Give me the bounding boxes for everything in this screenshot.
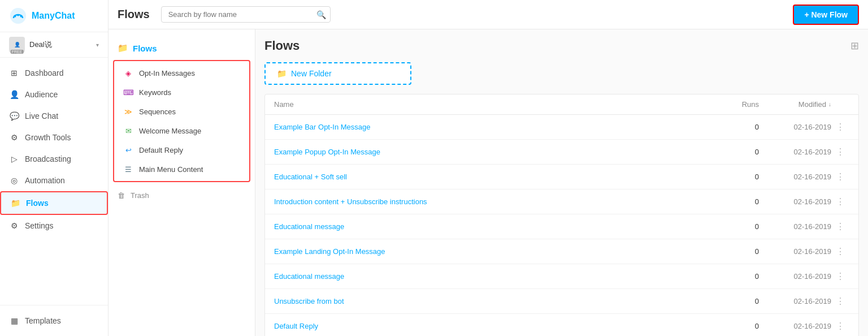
row-more-button[interactable]: ⋮ [831, 196, 849, 207]
col-modified-label: Modified [798, 100, 826, 109]
account-selector[interactable]: 👤 FREE Deal说 ▾ [0, 32, 108, 58]
table-row: Introduction content + Unsubscribe instr… [265, 189, 858, 214]
submenu-keywords[interactable]: ⌨ Keywords [114, 83, 249, 102]
right-panel: Flows ⊞ 📁 New Folder Name Runs Modified … [255, 29, 868, 336]
new-flow-button[interactable]: + New Flow [793, 5, 859, 25]
submenu-label: Sequences [139, 107, 176, 116]
svg-point-3 [20, 16, 22, 18]
sidebar-item-audience[interactable]: 👤 Audience [0, 84, 108, 105]
row-more-button[interactable]: ⋮ [831, 321, 849, 331]
row-name[interactable]: Educational message [274, 222, 718, 231]
table-row: Example Landing Opt-In Message 0 02-16-2… [265, 239, 858, 264]
content-area: 📁 Flows ◈ Opt-In Messages ⌨ Keywords ≫ S… [108, 29, 868, 336]
svg-point-1 [15, 16, 16, 18]
table-body: Example Bar Opt-In Message 0 02-16-2019 … [265, 115, 858, 336]
page-title: Flows [118, 8, 150, 21]
flows-panel-title: Flows [264, 38, 300, 53]
col-header-runs: Runs [718, 100, 763, 109]
trash-label: Trash [131, 191, 149, 200]
col-header-name: Name [274, 100, 718, 109]
left-panel: 📁 Flows ◈ Opt-In Messages ⌨ Keywords ≫ S… [108, 29, 255, 336]
sidebar-item-label: Live Chat [25, 111, 58, 120]
row-name[interactable]: Example Bar Opt-In Message [274, 123, 718, 131]
row-name[interactable]: Example Popup Opt-In Message [274, 148, 718, 156]
row-more-button[interactable]: ⋮ [831, 221, 849, 232]
row-runs: 0 [718, 322, 763, 330]
row-more-button[interactable]: ⋮ [831, 171, 849, 182]
default-reply-icon: ↩ [123, 145, 133, 155]
sidebar-item-templates[interactable]: ▦ Templates [0, 310, 108, 331]
submenu-welcome-message[interactable]: ✉ Welcome Message [114, 121, 249, 140]
row-runs: 0 [718, 222, 763, 231]
logo-area: ManyChat [0, 0, 108, 32]
submenu-opt-in-messages[interactable]: ◈ Opt-In Messages [114, 63, 249, 83]
account-name: Deal说 [29, 40, 92, 50]
submenu-default-reply[interactable]: ↩ Default Reply [114, 140, 249, 160]
sidebar-item-dashboard[interactable]: ⊞ Dashboard [0, 62, 108, 84]
chevron-down-icon: ▾ [96, 42, 99, 48]
sidebar-item-label: Dashboard [25, 68, 64, 77]
broadcast-icon: ▷ [9, 154, 19, 164]
dashboard-icon: ⊞ [9, 68, 19, 78]
col-header-modified[interactable]: Modified ↓ [763, 100, 831, 109]
submenu-label: Opt-In Messages [139, 69, 195, 77]
ellipsis-icon: ⋮ [836, 147, 845, 157]
row-runs: 0 [718, 148, 763, 156]
sidebar-footer: ▦ Templates [0, 305, 108, 336]
row-more-button[interactable]: ⋮ [831, 122, 849, 132]
sidebar-item-automation[interactable]: ◎ Automation [0, 170, 108, 191]
new-folder-icon: 📁 [277, 69, 287, 78]
row-more-button[interactable]: ⋮ [831, 271, 849, 282]
sidebar-item-live-chat[interactable]: 💬 Live Chat [0, 105, 108, 127]
manychat-logo-icon [9, 7, 27, 25]
row-more-button[interactable]: ⋮ [831, 246, 849, 257]
ellipsis-icon: ⋮ [836, 196, 845, 207]
table-row: Default Reply 0 02-16-2019 ⋮ [265, 314, 858, 336]
top-bar: Flows 🔍 + New Flow [108, 0, 868, 29]
row-more-button[interactable]: ⋮ [831, 296, 849, 307]
folder-icon: 📁 [10, 198, 20, 208]
grid-view-icon[interactable]: ⊞ [850, 40, 859, 52]
table-header: Name Runs Modified ↓ [265, 94, 858, 115]
row-name[interactable]: Educational message [274, 272, 718, 281]
sidebar-item-label: Flows [26, 199, 49, 208]
sidebar-item-broadcasting[interactable]: ▷ Broadcasting [0, 148, 108, 170]
person-icon: 👤 [9, 89, 19, 100]
table-row: Example Popup Opt-In Message 0 02-16-201… [265, 140, 858, 165]
search-box: 🔍 [161, 6, 331, 23]
row-name[interactable]: Default Reply [274, 322, 718, 330]
sidebar-item-label: Growth Tools [25, 133, 71, 142]
submenu-sequences[interactable]: ≫ Sequences [114, 102, 249, 121]
sidebar-nav: ⊞ Dashboard 👤 Audience 💬 Live Chat ⚙ Gro… [0, 58, 108, 305]
new-folder-button[interactable]: 📁 New Folder [264, 62, 411, 85]
search-input[interactable] [161, 6, 331, 23]
sidebar-item-settings[interactable]: ⚙ Settings [0, 215, 108, 236]
table-row: Educational message 0 02-16-2019 ⋮ [265, 214, 858, 239]
submenu-main-menu-content[interactable]: ☰ Main Menu Content [114, 160, 249, 179]
ellipsis-icon: ⋮ [836, 271, 845, 282]
trash-item[interactable]: 🗑 Trash [108, 187, 255, 204]
table-row: Unsubscribe from bot 0 02-16-2019 ⋮ [265, 289, 858, 314]
row-modified: 02-16-2019 [763, 173, 831, 181]
sidebar-item-flows[interactable]: 📁 Flows [0, 191, 108, 215]
row-modified: 02-16-2019 [763, 123, 831, 131]
sidebar-item-label: Settings [25, 221, 54, 230]
flows-nav-item[interactable]: 📁 Flows [108, 38, 255, 58]
row-runs: 0 [718, 197, 763, 206]
row-name[interactable]: Introduction content + Unsubscribe instr… [274, 197, 718, 206]
ellipsis-icon: ⋮ [836, 122, 845, 132]
sidebar-item-label: Broadcasting [25, 154, 71, 163]
row-modified: 02-16-2019 [763, 297, 831, 305]
automation-icon: ◎ [9, 175, 19, 186]
free-badge: FREE [11, 50, 24, 54]
row-runs: 0 [718, 123, 763, 131]
row-name[interactable]: Unsubscribe from bot [274, 297, 718, 305]
sequences-icon: ≫ [123, 106, 133, 117]
row-name[interactable]: Educational + Soft sell [274, 173, 718, 181]
row-name[interactable]: Example Landing Opt-In Message [274, 247, 718, 256]
sort-arrow-icon: ↓ [828, 101, 831, 107]
sidebar-item-growth-tools[interactable]: ⚙ Growth Tools [0, 127, 108, 148]
ellipsis-icon: ⋮ [836, 171, 845, 182]
row-more-button[interactable]: ⋮ [831, 147, 849, 157]
opt-in-icon: ◈ [123, 68, 133, 78]
